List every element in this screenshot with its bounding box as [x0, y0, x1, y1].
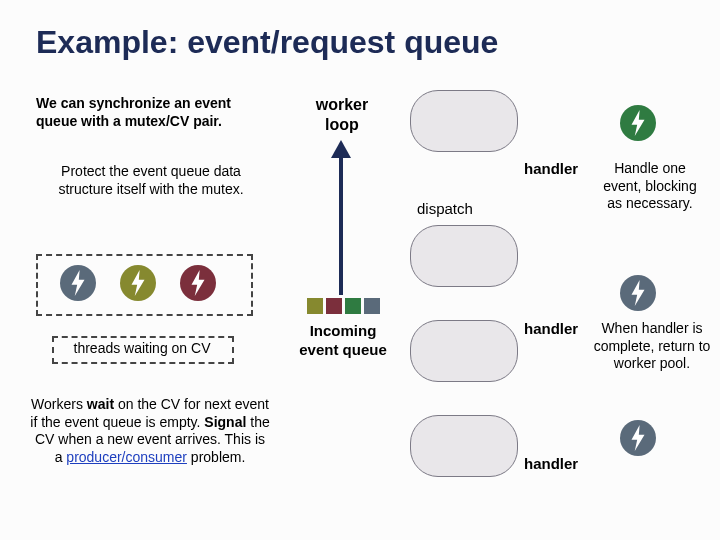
bolt-icon: [60, 265, 96, 301]
text-return-pool: When handler is complete, return to work…: [593, 320, 711, 373]
queue-cell: [326, 298, 342, 314]
t: Workers: [31, 396, 87, 412]
handler-label: handler: [524, 455, 578, 474]
bolt-icon: [620, 105, 656, 141]
arrow-loop-head: [331, 140, 351, 158]
bolt-icon: [180, 265, 216, 301]
slide-title: Example: event/request queue: [36, 24, 498, 61]
t-wait: wait: [87, 396, 114, 412]
handler-label: handler: [524, 160, 578, 179]
bolt-icon: [620, 420, 656, 456]
bolt-icon: [120, 265, 156, 301]
arrow-loop-stem: [339, 155, 343, 295]
t-signal: Signal: [204, 414, 246, 430]
t: problem.: [187, 449, 245, 465]
dispatch-label: dispatch: [417, 200, 473, 219]
queue-cell: [364, 298, 380, 314]
worker-slot: [410, 225, 518, 287]
cv-label: threads waiting on CV: [52, 340, 232, 358]
text-handle-one: Handle one event, blocking as necessary.: [595, 160, 705, 213]
queue-cell: [345, 298, 361, 314]
incoming-queue-label: Incoming event queue: [297, 322, 389, 360]
text-sync: We can synchronize an event queue with a…: [36, 95, 266, 130]
handler-label: handler: [524, 320, 578, 339]
worker-slot: [410, 415, 518, 477]
queue-cell: [307, 298, 323, 314]
worker-loop-label: worker loop: [302, 95, 382, 135]
worker-slot: [410, 320, 518, 382]
text-protect: Protect the event queue data structure i…: [36, 163, 266, 198]
bolt-icon: [620, 275, 656, 311]
producer-consumer-link[interactable]: producer/consumer: [66, 449, 187, 465]
worker-slot: [410, 90, 518, 152]
text-wait-signal: Workers wait on the CV for next event if…: [30, 396, 270, 466]
